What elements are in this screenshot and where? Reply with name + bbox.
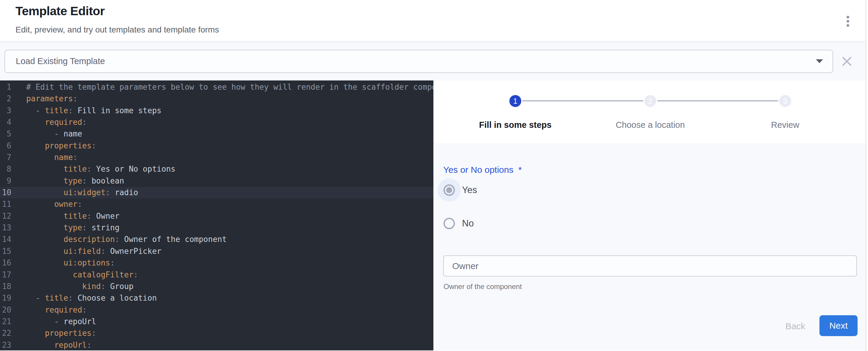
code-token: title [45, 106, 68, 115]
code-line[interactable]: 12 title: Owner [0, 210, 433, 222]
code-content: kind: Group [26, 281, 133, 292]
code-content: - title: Fill in some steps [26, 105, 161, 117]
code-line[interactable]: 15 ui:field: OwnerPicker [0, 245, 433, 257]
code-token [26, 329, 45, 338]
code-line[interactable]: 13 type: string [0, 222, 433, 234]
code-token: Owner [91, 211, 119, 221]
code-line[interactable]: 23 repoUrl: [0, 340, 433, 350]
line-number: 6 [0, 140, 11, 152]
code-token: catalogFilter [73, 270, 134, 279]
radio-option-yes[interactable]: Yes [443, 184, 477, 196]
code-token: : [133, 270, 138, 279]
code-line[interactable]: 10 ui:widget: radio [0, 187, 433, 199]
owner-input[interactable] [443, 255, 857, 276]
code-content: title: Owner [26, 210, 119, 222]
code-line[interactable]: 21 - repoUrl [0, 316, 433, 327]
code-token: : [87, 211, 92, 221]
clear-selection-button[interactable] [840, 55, 854, 68]
step-circle-3: 3 [779, 95, 791, 107]
code-token [26, 282, 82, 291]
code-line[interactable]: 18 kind: Group [0, 281, 433, 292]
code-content: description: Owner of the component [26, 234, 227, 245]
code-token [26, 258, 63, 267]
code-editor[interactable]: 1# Edit the template parameters below to… [0, 81, 433, 350]
line-number: 23 [0, 340, 11, 350]
line-number: 2 [0, 93, 11, 105]
more-vert-icon [846, 20, 849, 23]
code-token: boolean [87, 176, 124, 185]
code-token [26, 188, 63, 197]
radio-selected-dot [446, 187, 452, 193]
code-token: name [63, 129, 82, 138]
code-content: parameters: [26, 93, 78, 105]
code-content: title: Yes or No options [26, 163, 176, 175]
load-template-combobox[interactable]: Load Existing Template [4, 50, 833, 73]
code-line[interactable]: 1# Edit the template parameters below to… [0, 81, 433, 93]
code-token: ui:field [63, 247, 101, 256]
code-line[interactable]: 16 ui:options: [0, 257, 433, 269]
radio-option-no[interactable]: No [443, 218, 474, 229]
line-number: 22 [0, 327, 11, 339]
step-circle-1: 1 [509, 95, 521, 107]
code-token [26, 235, 63, 244]
code-token: - [26, 106, 45, 115]
line-number: 12 [0, 210, 11, 222]
line-number: 5 [0, 128, 11, 140]
code-token [26, 165, 63, 173]
code-token: : [82, 118, 87, 127]
code-content: - name [26, 128, 82, 140]
line-number: 20 [0, 304, 11, 316]
code-content: ui:widget: radio [26, 187, 138, 199]
combobox-placeholder: Load Existing Template [16, 56, 816, 66]
code-content: properties: [26, 327, 96, 339]
code-token: Owner of the component [119, 235, 227, 244]
code-line[interactable]: 11 owner: [0, 199, 433, 210]
code-line[interactable]: 4 required: [0, 117, 433, 128]
code-token [26, 247, 63, 256]
radio-button-icon[interactable] [443, 184, 455, 196]
code-token: Group [105, 282, 133, 291]
code-token: title [45, 293, 68, 302]
radio-button-icon[interactable] [443, 218, 455, 229]
line-number: 15 [0, 245, 11, 257]
code-token: properties [45, 141, 92, 150]
code-token: : [101, 247, 105, 256]
code-line[interactable]: 7 name: [0, 152, 433, 163]
page-edge-divider [866, 0, 868, 351]
code-line[interactable]: 8 title: Yes or No options [0, 163, 433, 175]
page-title: Template Editor [16, 4, 104, 18]
code-content: type: boolean [26, 175, 124, 187]
code-token: repoUrl [54, 341, 87, 350]
code-line[interactable]: 20 required: [0, 304, 433, 316]
back-button[interactable]: Back [779, 319, 812, 333]
code-line[interactable]: 9 type: boolean [0, 175, 433, 187]
code-token: : [82, 176, 87, 185]
code-token: repoUrl [63, 317, 96, 326]
more-options-button[interactable] [839, 11, 856, 31]
step-label-3: Review [725, 120, 845, 130]
code-token [26, 341, 54, 350]
code-token: - [26, 317, 63, 326]
code-line[interactable]: 17 catalogFilter: [0, 269, 433, 281]
code-token [26, 200, 54, 209]
code-line[interactable]: 2parameters: [0, 93, 433, 105]
required-asterisk: * [518, 165, 522, 175]
line-number: 10 [0, 187, 11, 199]
code-token: parameters [26, 94, 73, 103]
code-token: Yes or No options [91, 165, 176, 173]
line-number: 7 [0, 152, 11, 163]
radio-option-label[interactable]: No [462, 218, 474, 229]
code-line[interactable]: 3 - title: Fill in some steps [0, 105, 433, 117]
next-button[interactable]: Next [819, 315, 858, 336]
code-token: : [110, 258, 115, 267]
code-line[interactable]: 6 properties: [0, 140, 433, 152]
code-line[interactable]: 5 - name [0, 128, 433, 140]
line-number: 17 [0, 269, 11, 281]
code-line[interactable]: 22 properties: [0, 327, 433, 339]
code-token: owner [54, 200, 78, 209]
radio-group-label: Yes or No options * [443, 165, 522, 175]
code-line[interactable]: 14 description: Owner of the component [0, 234, 433, 245]
code-line[interactable]: 19 - title: Choose a location [0, 292, 433, 304]
radio-option-label[interactable]: Yes [462, 185, 477, 196]
code-content: - repoUrl [26, 316, 96, 327]
